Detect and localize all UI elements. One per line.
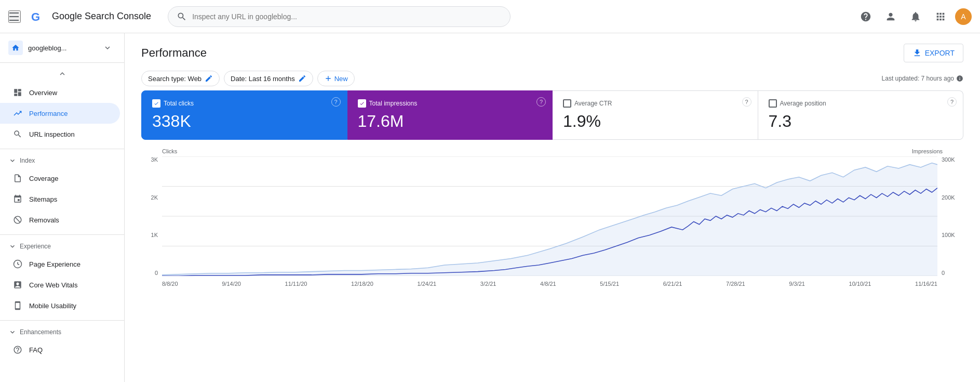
metrics-row: Total clicks 338K ? Total impressions 17… [125, 90, 980, 140]
x-label-10: 9/3/21 [789, 281, 805, 287]
apps-button[interactable] [930, 6, 951, 27]
index-section-label: Index [20, 157, 35, 164]
last-updated-text: Last updated: 7 hours ago [882, 75, 954, 82]
metric-label-impressions: Total impressions [369, 100, 418, 107]
chart-y-axis-right: 300K 200K 100K 0 [937, 156, 963, 276]
metric-header-clicks: Total clicks [152, 99, 337, 108]
search-input[interactable] [192, 12, 502, 21]
sidebar-scroll-up[interactable] [58, 69, 67, 80]
account-button[interactable] [880, 6, 901, 27]
overview-icon [12, 87, 23, 98]
chart-x-labels: 8/8/20 9/14/20 11/11/20 12/18/20 1/24/21… [162, 276, 937, 292]
sidebar-collapse-button[interactable] [99, 39, 116, 56]
sidebar-item-page-experience-label: Page Experience [29, 260, 80, 268]
help-button[interactable] [855, 6, 876, 27]
notifications-button[interactable] [905, 6, 926, 27]
sidebar-item-sitemaps[interactable]: Sitemaps [0, 189, 120, 209]
metric-label-position: Average position [780, 100, 826, 107]
property-icon [8, 41, 23, 55]
menu-icon[interactable] [8, 10, 21, 23]
chart-wrapper: 3K 2K 1K 0 300K 200K 100K 0 [141, 156, 963, 292]
metric-header-position: Average position [769, 99, 953, 108]
edit-icon [205, 74, 213, 83]
sidebar-item-page-experience[interactable]: Page Experience [0, 254, 120, 274]
sidebar-enhancements-section[interactable]: Enhancements [0, 325, 124, 339]
y-right-100k: 100K [942, 232, 955, 238]
y-right-0: 0 [942, 270, 945, 276]
faq-icon [12, 345, 23, 355]
person-icon [885, 11, 896, 22]
chevron-down-icon-2 [8, 242, 17, 251]
sidebar-item-overview-label: Overview [29, 89, 57, 97]
avatar[interactable]: A [955, 8, 972, 25]
topbar-actions: A [855, 6, 972, 27]
sidebar-item-url-inspection[interactable]: URL inspection [0, 124, 120, 144]
sidebar-item-mobile-usability[interactable]: Mobile Usability [0, 295, 120, 316]
date-label: Date: Last 16 months [231, 75, 295, 83]
property-selector[interactable]: googleblog... [0, 33, 124, 63]
content-header: Performance EXPORT [125, 33, 980, 62]
sidebar-item-removals[interactable]: Removals [0, 209, 120, 230]
x-label-9: 7/28/21 [726, 281, 745, 287]
x-label-0: 8/8/20 [162, 281, 178, 287]
metric-value-clicks: 338K [152, 112, 337, 131]
search-bar[interactable] [168, 6, 511, 27]
google-g-icon: G [27, 6, 48, 27]
chart-container: Clicks Impressions 3K 2K 1K 0 300K 200K … [125, 140, 980, 382]
metric-info-position[interactable]: ? [947, 97, 957, 107]
add-filter-button[interactable]: New [317, 71, 355, 86]
sidebar-item-core-web-vitals[interactable]: Core Web Vitals [0, 274, 120, 295]
y-right-300k: 300K [942, 156, 955, 163]
page-title: Performance [141, 46, 207, 60]
chart-right-title: Impressions [912, 148, 943, 154]
sidebar-item-url-inspection-label: URL inspection [29, 130, 75, 138]
metric-card-position[interactable]: Average position 7.3 ? [758, 90, 964, 140]
metric-info-impressions[interactable]: ? [536, 97, 546, 107]
export-button[interactable]: EXPORT [904, 44, 963, 62]
metric-header-ctr: Average CTR [563, 99, 747, 108]
y-left-3k: 3K [151, 156, 158, 163]
sidebar-item-sitemaps-label: Sitemaps [29, 195, 57, 203]
metric-info-clicks[interactable]: ? [331, 97, 341, 107]
sidebar-item-performance[interactable]: Performance [0, 103, 120, 124]
sidebar-nav: Overview Performance URL inspection Inde… [0, 63, 124, 382]
y-right-200k: 200K [942, 194, 955, 201]
sidebar-experience-section[interactable]: Experience [0, 239, 124, 254]
metric-checkbox-clicks [152, 99, 160, 108]
google-logo: G [27, 6, 48, 27]
grid-icon [935, 11, 946, 22]
sidebar-item-overview[interactable]: Overview [0, 82, 120, 103]
metric-card-ctr[interactable]: Average CTR 1.9% ? [553, 90, 758, 140]
sidebar-item-faq[interactable]: FAQ [0, 339, 120, 360]
divider-2 [0, 234, 124, 235]
metric-card-impressions[interactable]: Total impressions 17.6M ? [347, 90, 553, 140]
chart-svg-area [162, 156, 937, 276]
search-type-filter[interactable]: Search type: Web [141, 71, 220, 86]
chart-y-axis-left: 3K 2K 1K 0 [141, 156, 162, 276]
chart-left-title: Clicks [162, 148, 177, 154]
export-label: EXPORT [925, 49, 955, 57]
metric-info-ctr[interactable]: ? [742, 97, 751, 107]
sidebar-item-mobile-usability-label: Mobile Usability [29, 302, 76, 310]
property-name: googleblog... [28, 44, 94, 52]
performance-icon [12, 108, 23, 118]
core-web-vitals-icon [12, 280, 23, 290]
y-left-1k: 1K [151, 232, 158, 238]
new-filter-label: New [334, 75, 348, 83]
sitemaps-icon [12, 194, 23, 204]
sidebar-item-removals-label: Removals [29, 216, 59, 224]
sidebar-item-performance-label: Performance [29, 110, 68, 117]
sidebar-index-section[interactable]: Index [0, 153, 124, 168]
x-label-6: 4/8/21 [540, 281, 556, 287]
x-label-4: 1/24/21 [418, 281, 437, 287]
url-inspection-icon [12, 129, 23, 139]
metric-label-clicks: Total clicks [164, 100, 194, 107]
sidebar-item-coverage[interactable]: Coverage [0, 168, 120, 189]
chevron-up-icon [58, 69, 67, 78]
date-filter[interactable]: Date: Last 16 months [224, 71, 313, 86]
removals-icon [12, 215, 23, 225]
metric-label-ctr: Average CTR [574, 100, 612, 107]
x-label-11: 10/10/21 [849, 281, 871, 287]
app-logo[interactable]: G Google Search Console [27, 6, 151, 27]
metric-card-clicks[interactable]: Total clicks 338K ? [141, 90, 347, 140]
